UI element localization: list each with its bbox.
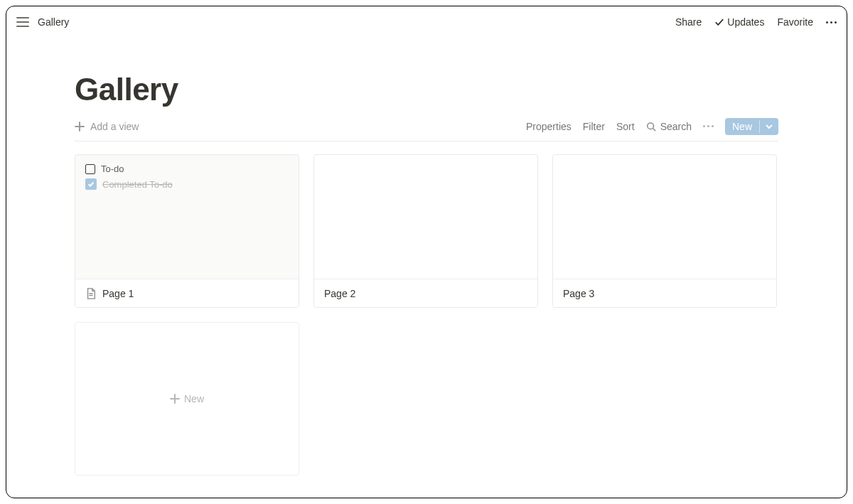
todo-row: To-do (85, 163, 289, 174)
add-view-label: Add a view (90, 121, 139, 132)
card-title-bar: Page 3 (553, 279, 776, 307)
new-button-label: New (725, 118, 759, 135)
menu-icon[interactable] (16, 17, 29, 27)
search-button[interactable]: Search (646, 121, 692, 132)
updates-label: Updates (727, 16, 764, 28)
share-button[interactable]: Share (675, 16, 702, 28)
sort-button[interactable]: Sort (616, 121, 635, 132)
topbar-right: Share Updates Favorite (675, 16, 837, 28)
breadcrumb[interactable]: Gallery (38, 16, 69, 28)
todo-label: Completed To-do (102, 179, 173, 190)
page-title: Gallery (75, 72, 778, 107)
updates-button[interactable]: Updates (714, 16, 764, 28)
app-window: Gallery Share Updates Favorite Gallery A… (6, 6, 847, 498)
gallery-card[interactable]: Page 3 (552, 154, 777, 308)
checkbox-checked-icon (85, 178, 97, 190)
search-icon (646, 122, 656, 132)
add-view-button[interactable]: Add a view (75, 121, 139, 132)
card-body (553, 155, 776, 279)
plus-icon (75, 122, 85, 132)
filter-button[interactable]: Filter (583, 121, 605, 132)
properties-button[interactable]: Properties (526, 121, 572, 132)
favorite-button[interactable]: Favorite (777, 16, 813, 28)
svg-point-2 (647, 122, 653, 129)
search-label: Search (660, 121, 692, 132)
gallery-grid: To-doCompleted To-doPage 1Page 2Page 3Ne… (75, 154, 778, 476)
todo-label: To-do (101, 163, 124, 174)
card-title: Page 3 (563, 288, 594, 299)
new-button[interactable]: New (725, 118, 778, 135)
view-toolbar: Add a view Properties Filter Sort Search… (75, 112, 778, 141)
card-title-bar: Page 1 (75, 279, 299, 307)
card-title-bar: Page 2 (314, 279, 537, 307)
view-toolbar-right: Properties Filter Sort Search New (526, 118, 778, 135)
todo-row: Completed To-do (85, 178, 289, 190)
gallery-card[interactable]: To-doCompleted To-doPage 1 (75, 154, 299, 308)
plus-icon (170, 394, 180, 404)
page: Gallery Add a view Properties Filter Sor… (6, 38, 847, 476)
new-button-dropdown[interactable] (759, 120, 778, 133)
topbar: Gallery Share Updates Favorite (6, 6, 847, 38)
new-card-label: New (184, 393, 204, 404)
topbar-left: Gallery (16, 16, 69, 28)
svg-line-3 (653, 128, 655, 131)
card-title: Page 1 (102, 288, 134, 299)
gallery-card[interactable]: Page 2 (313, 154, 538, 308)
new-card[interactable]: New (75, 322, 299, 476)
card-body: To-doCompleted To-do (75, 155, 299, 279)
check-icon (714, 17, 724, 27)
page-icon (85, 288, 97, 299)
view-more-icon[interactable] (703, 125, 714, 127)
card-title: Page 2 (324, 288, 355, 299)
checkbox-empty-icon (85, 164, 95, 174)
more-icon[interactable] (826, 21, 837, 23)
chevron-down-icon (766, 123, 773, 130)
card-body (314, 155, 537, 279)
